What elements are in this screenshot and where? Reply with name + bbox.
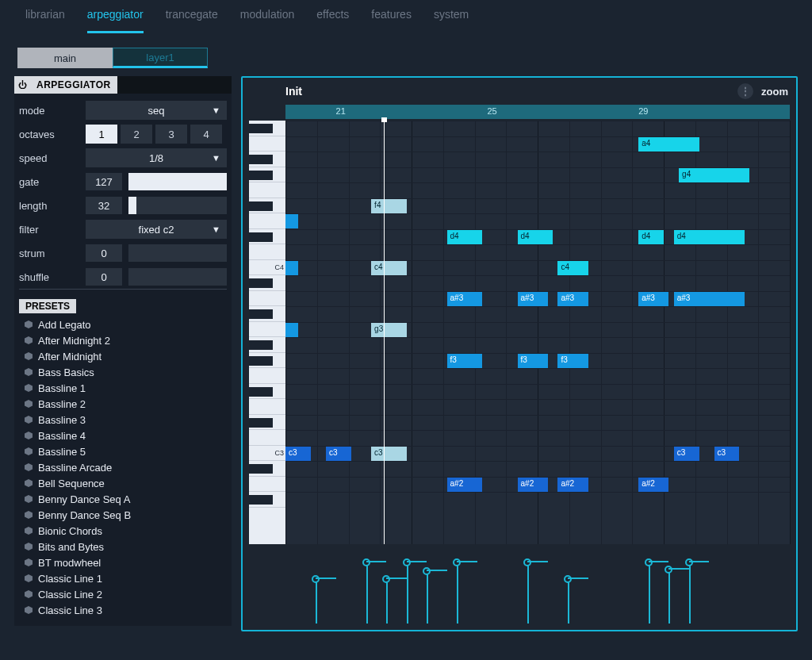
filter-select[interactable]: fixed c2▼ [86,220,227,239]
note[interactable]: a#2 [557,478,588,492]
preset-item[interactable]: Bionic Chords [24,523,227,539]
velocity-stem[interactable] [668,570,670,624]
preset-item[interactable]: Bell Sequence [24,475,227,491]
velocity-stem[interactable] [527,562,529,624]
note[interactable]: c4 [371,261,407,275]
note[interactable]: f3 [557,354,588,368]
nav-arpeggiator[interactable]: arpeggiator [87,8,144,33]
timeline-ruler[interactable]: 212529 [285,105,790,119]
octave-4[interactable]: 4 [190,125,222,144]
shuffle-slider[interactable] [128,268,227,286]
velocity-handle[interactable] [312,575,320,583]
velocity-handle[interactable] [665,566,672,574]
preset-item[interactable]: Bassline 1 [24,380,227,396]
gate-slider[interactable] [128,173,227,190]
velocity-handle[interactable] [523,558,531,566]
subtab-layer1[interactable]: layer1 [113,48,208,68]
preset-item[interactable]: Bass Basics [24,364,227,380]
note[interactable] [285,261,298,275]
note[interactable] [285,323,298,337]
preset-item[interactable]: Benny Dance Seq B [24,507,227,523]
note[interactable]: a#2 [638,478,668,492]
preset-item[interactable]: After Midnight 2 [24,332,227,348]
preset-item[interactable]: Bassline 5 [24,443,227,459]
note[interactable]: a#3 [447,292,483,306]
note[interactable]: a4 [638,137,699,152]
note[interactable]: d4 [638,230,664,244]
note[interactable]: f3 [518,354,548,368]
octave-2[interactable]: 2 [121,125,152,144]
velocity-handle[interactable] [564,575,572,583]
preset-item[interactable]: Bits and Bytes [24,539,227,554]
nav-effects[interactable]: effects [316,8,349,33]
gate-value[interactable]: 127 [86,173,122,190]
velocity-stem[interactable] [457,562,458,624]
note[interactable]: c3 [285,447,311,461]
velocity-stem[interactable] [386,579,388,624]
note-grid[interactable]: a4g4f4d4d4d4d4c4c4a#3a#3a#3a#3a#3g3f3f3f… [285,121,790,544]
preset-item[interactable]: BT modwheel [24,554,227,570]
preset-item[interactable]: Classic Line 1 [24,570,227,586]
strum-slider[interactable] [128,244,227,262]
velocity-stem[interactable] [689,562,691,624]
note[interactable]: a#2 [447,478,483,492]
note[interactable]: c3 [714,447,740,461]
velocity-handle[interactable] [685,558,693,566]
note[interactable]: a#3 [638,292,668,306]
velocity-stem[interactable] [649,562,650,624]
preset-item[interactable]: Bassline 4 [24,428,227,443]
note[interactable]: a#3 [557,292,588,306]
shuffle-value[interactable]: 0 [86,268,122,286]
note[interactable]: d4 [674,230,745,244]
velocity-handle[interactable] [453,558,461,566]
velocity-stem[interactable] [316,579,317,624]
nav-system[interactable]: system [434,8,469,33]
preset-item[interactable]: Benny Dance Seq A [24,491,227,507]
note[interactable]: g3 [371,323,407,337]
strum-value[interactable]: 0 [86,244,122,262]
note[interactable]: f3 [447,354,483,368]
note[interactable]: a#2 [518,478,548,492]
menu-icon[interactable]: ⋮ [737,83,753,99]
velocity-stem[interactable] [568,579,569,624]
presets-list[interactable]: Add LegatoAfter Midnight 2After Midnight… [19,317,227,618]
velocity-handle[interactable] [403,558,411,566]
note[interactable]: f4 [371,199,407,213]
preset-item[interactable]: Bassline Arcade [24,459,227,475]
velocity-stem[interactable] [427,571,428,624]
note[interactable]: a#3 [518,292,548,306]
note[interactable]: a#3 [674,292,745,306]
preset-item[interactable]: Add Legato [24,317,227,332]
piano-roll-keys[interactable]: C4C3 [249,121,285,544]
note[interactable]: d4 [518,230,553,244]
velocity-handle[interactable] [645,558,653,566]
nav-features[interactable]: features [371,8,412,33]
preset-item[interactable]: Bassline 3 [24,412,227,428]
preset-item[interactable]: Classic Line 2 [24,586,227,602]
velocity-handle[interactable] [362,558,370,566]
note[interactable]: c4 [557,261,588,275]
nav-librarian[interactable]: librarian [25,8,65,33]
note[interactable]: g4 [679,168,749,182]
velocity-stem[interactable] [407,562,408,624]
length-value[interactable]: 32 [86,197,122,214]
mode-select[interactable]: seq▼ [86,101,227,120]
note[interactable]: d4 [447,230,483,244]
power-icon[interactable]: ⏻ [14,76,30,94]
octave-1[interactable]: 1 [86,125,117,144]
note[interactable]: c3 [326,447,351,461]
note[interactable]: c3 [371,447,407,461]
speed-select[interactable]: 1/8▼ [86,148,227,167]
note[interactable]: c3 [674,447,699,461]
nav-trancegate[interactable]: trancegate [166,8,218,33]
nav-modulation[interactable]: modulation [240,8,295,33]
velocity-lane[interactable] [285,549,790,624]
zoom-button[interactable]: zoom [761,86,788,98]
length-slider[interactable] [128,197,227,214]
subtab-main[interactable]: main [17,48,113,68]
preset-item[interactable]: After Midnight [24,348,227,364]
note[interactable] [285,214,298,228]
octave-3[interactable]: 3 [155,125,187,144]
velocity-handle[interactable] [423,567,431,575]
preset-item[interactable]: Classic Line 3 [24,602,227,618]
